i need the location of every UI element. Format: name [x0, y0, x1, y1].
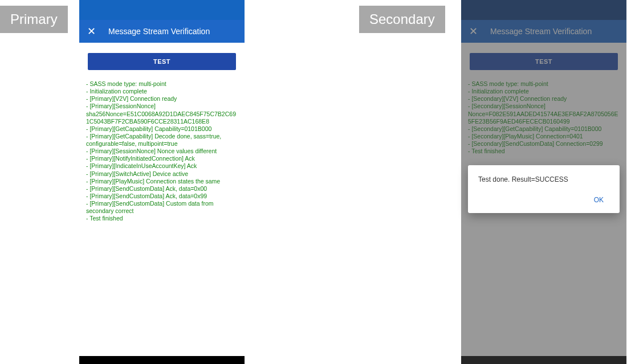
log-line: - [Primary][SessionNonce] Nonce values d… [86, 148, 238, 155]
nav-bar [79, 356, 245, 364]
app-title: Message Stream Verification [108, 27, 210, 36]
result-dialog: Test done. Result=SUCCESS OK [468, 165, 620, 213]
secondary-phone: ✕ Message Stream Verification TEST - SAS… [461, 0, 626, 364]
content-area: TEST - SASS mode type: multi-point - Ini… [79, 43, 245, 356]
log-line: - SASS mode type: multi-point [86, 80, 238, 88]
test-button[interactable]: TEST [88, 53, 236, 70]
log-line: - Test finished [86, 215, 238, 222]
primary-phone: ✕ Message Stream Verification TEST - SAS… [79, 0, 245, 364]
app-bar: ✕ Message Stream Verification [79, 20, 245, 43]
log-line: - [Primary][PlayMusic] Connection states… [86, 178, 238, 185]
dialog-ok-button[interactable]: OK [588, 193, 609, 207]
log-line: - [Primary][SendCustomData] Ack, data=0x… [86, 193, 238, 200]
primary-log: - SASS mode type: multi-point - Initiali… [85, 80, 239, 222]
close-icon[interactable]: ✕ [87, 26, 96, 36]
log-line: - [Primary][NotifyInitiatedConnection] A… [86, 155, 238, 162]
primary-device-label: Primary [0, 6, 68, 33]
log-line: - [Primary][SessionNonce] sha256Nonce=E5… [86, 103, 238, 125]
log-line: - Initialization complete [86, 88, 238, 95]
secondary-device-label: Secondary [359, 6, 445, 33]
dialog-actions: OK [478, 193, 609, 207]
log-line: - [Primary][SwitchActive] Device active [86, 170, 238, 178]
log-line: - [Primary][V2V] Connection ready [86, 95, 238, 103]
log-line: - [Primary][SendCustomData] Ack, data=0x… [86, 185, 238, 193]
log-line: - [Primary][GetCapability] Capability=01… [86, 125, 238, 133]
log-line: - [Primary][GetCapability] Decode done, … [86, 133, 238, 148]
log-line: - [Primary][SendCustomData] Custom data … [86, 200, 238, 215]
dialog-message: Test done. Result=SUCCESS [478, 175, 609, 183]
status-bar [79, 0, 245, 20]
log-line: - [Primary][IndicateInUseAccountKey] Ack [86, 162, 238, 170]
